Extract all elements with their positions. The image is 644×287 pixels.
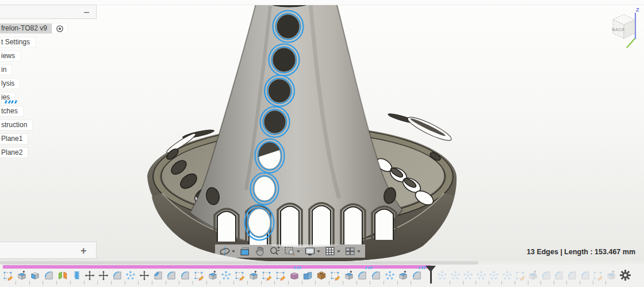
extrude-feature-icon[interactable] (248, 270, 259, 281)
timeline-tick (528, 281, 528, 285)
timeline-tick (463, 281, 463, 285)
browser-collapse-button[interactable]: – (84, 5, 89, 18)
browser-add-button[interactable]: + (80, 243, 87, 258)
sketch-feature-icon[interactable] (194, 270, 204, 281)
display-settings-button[interactable] (302, 244, 323, 258)
pattern-feature-icon[interactable] (463, 270, 473, 281)
viewports-button[interactable] (343, 244, 363, 258)
fillet-feature-icon[interactable] (412, 270, 422, 281)
combine-feature-icon[interactable] (302, 270, 313, 281)
fillet-feature-icon[interactable] (357, 270, 367, 281)
fillet-feature-icon[interactable] (580, 270, 591, 281)
browser-item-in[interactable]: in (0, 65, 12, 75)
timeline-tick (580, 281, 580, 285)
sketch-feature-icon[interactable] (262, 270, 272, 281)
timeline-tick (56, 281, 57, 285)
viewcube-face-label[interactable]: BACK (612, 27, 624, 32)
sketch-feature-icon[interactable] (515, 270, 526, 281)
browser-item-tches[interactable]: tches (0, 106, 23, 116)
pattern-feature-icon[interactable] (476, 270, 486, 281)
extrude-feature-icon[interactable] (208, 270, 218, 281)
box-feature-icon[interactable] (30, 270, 40, 281)
timeline-settings-gear-icon[interactable] (619, 269, 631, 281)
orbit-button[interactable] (217, 244, 237, 258)
browser-item-iews[interactable]: iews (0, 51, 20, 61)
fillet-feature-icon[interactable] (541, 270, 551, 281)
browser-header: – (0, 5, 97, 19)
fillet-feature-icon[interactable] (371, 270, 381, 281)
timeline-tick (288, 281, 289, 285)
hole-feature-icon[interactable] (316, 270, 327, 281)
pan-icon (254, 246, 266, 257)
extrude-feature-icon[interactable] (17, 270, 27, 281)
sketch-feature-icon[interactable] (330, 270, 340, 281)
sketch-feature-icon[interactable] (3, 270, 13, 281)
fillet-feature-icon[interactable] (567, 270, 577, 281)
timeline-tick (329, 281, 329, 285)
fillet-feature-icon[interactable] (180, 270, 190, 281)
browser-item-frelon-to82-v9[interactable]: frelon-TO82 v9 (0, 24, 52, 33)
timeline-tick (515, 281, 515, 285)
timeline-tick (411, 281, 411, 285)
window-zoom-button[interactable] (282, 244, 302, 258)
timeline-tick (384, 281, 384, 285)
timeline-tick (356, 281, 357, 285)
pattern-feature-icon[interactable] (450, 270, 461, 281)
timeline-tick (84, 281, 85, 285)
mirror-feature-icon[interactable] (57, 270, 68, 281)
move-feature-icon[interactable] (85, 270, 95, 281)
fillet-feature-icon[interactable] (112, 270, 122, 281)
sketch-feature-icon[interactable] (275, 270, 286, 281)
pattern-feature-icon[interactable] (502, 270, 512, 281)
grid-settings-icon (324, 246, 336, 257)
timeline-tick (111, 281, 112, 285)
fillet-feature-icon[interactable] (166, 270, 177, 281)
form-feature-icon[interactable] (289, 270, 300, 281)
extrude-feature-icon[interactable] (398, 270, 408, 281)
browser-item-t-settings[interactable]: t Settings (0, 37, 35, 47)
timeline-tick (489, 281, 489, 285)
browser-item-plane1[interactable]: Plane1 (0, 134, 28, 144)
orbit-icon (219, 246, 231, 257)
timeline-tick (476, 281, 476, 285)
timeline-tick (138, 281, 139, 285)
timeline-tick (43, 281, 43, 285)
pattern-feature-icon[interactable] (125, 270, 136, 281)
grid-settings-button[interactable] (323, 244, 343, 258)
extrude-feature-icon[interactable] (344, 270, 354, 281)
chamfer-feature-icon[interactable] (153, 270, 163, 281)
browser-item-struction[interactable]: struction (0, 120, 32, 130)
extrude-feature-icon[interactable] (528, 270, 538, 281)
fillet-feature-icon[interactable] (554, 270, 564, 281)
pan-button[interactable] (252, 244, 267, 258)
pattern-feature-icon[interactable] (489, 270, 499, 281)
sketch-feature-icon[interactable] (593, 270, 603, 281)
timeline-tick (566, 281, 567, 285)
fusion360-viewport: BACK Z – frelon-TO82 v9t Settingsiewsinl… (0, 0, 644, 287)
coil-feature-icon[interactable] (71, 270, 82, 281)
sketch-feature-icon[interactable] (235, 270, 245, 281)
selection-marks-icon (5, 100, 16, 104)
timeline-tick (206, 281, 207, 285)
3d-model (0, 0, 644, 262)
timeline-tick (261, 281, 262, 285)
model-canvas[interactable]: BACK Z – frelon-TO82 v9t Settingsiewsinl… (0, 0, 644, 262)
timeline-tick (179, 281, 179, 285)
timeline-group-bar[interactable] (3, 265, 431, 269)
component-activate-radio-icon[interactable] (52, 24, 67, 33)
pattern-feature-icon[interactable] (385, 270, 395, 281)
browser-item-plane2[interactable]: Plane2 (0, 148, 28, 158)
move-feature-icon[interactable] (98, 270, 109, 281)
extrude-feature-icon[interactable] (606, 270, 616, 281)
pattern-feature-icon[interactable] (221, 270, 231, 281)
move-feature-icon[interactable] (139, 270, 150, 281)
pattern-feature-icon[interactable] (437, 270, 447, 281)
zoom-button[interactable] (267, 244, 282, 258)
view-cube[interactable]: BACK Z (606, 6, 644, 52)
look-at-button[interactable] (237, 244, 252, 258)
fillet-feature-icon[interactable] (44, 270, 54, 281)
timeline-tick (370, 281, 370, 285)
timeline-tick (233, 281, 234, 285)
browser-item-lysis[interactable]: lysis (0, 79, 20, 89)
timeline-playhead-stem[interactable] (430, 271, 432, 284)
